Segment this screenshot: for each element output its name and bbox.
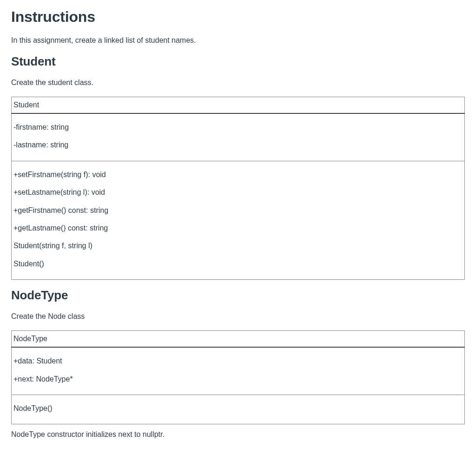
student-class-table: Student -firstname: string -lastname: st…	[11, 97, 465, 280]
student-methods-section: +setFirstname(string f): void +setLastna…	[12, 161, 465, 279]
student-class-name: Student	[12, 97, 465, 114]
nodetype-class-table: NodeType +data: Student +next: NodeType*…	[11, 330, 465, 424]
nodetype-heading: NodeType	[11, 288, 465, 303]
student-attribute: -firstname: string	[13, 119, 463, 136]
intro-paragraph: In this assignment, create a linked list…	[11, 35, 465, 46]
nodetype-attributes-section: +data: Student +next: NodeType*	[12, 347, 465, 395]
page-title: Instructions	[11, 8, 465, 26]
student-attributes-section: -firstname: string -lastname: string	[12, 113, 465, 161]
student-attribute: -lastname: string	[13, 136, 463, 154]
student-method: +setFirstname(string f): void	[13, 166, 463, 184]
nodetype-class-name: NodeType	[12, 331, 465, 348]
create-student-paragraph: Create the student class.	[11, 77, 465, 88]
student-method: +getFirstname() const: string	[13, 202, 463, 219]
nodetype-note-paragraph: NodeType constructor initializes next to…	[11, 429, 465, 440]
student-heading: Student	[11, 54, 465, 69]
student-method: Student()	[13, 255, 463, 273]
student-method: +setLastname(string l): void	[13, 184, 463, 201]
student-method: +getLastname() const: string	[13, 219, 463, 237]
nodetype-method: NodeType()	[13, 400, 463, 417]
student-method: Student(string f, string l)	[13, 237, 463, 255]
nodetype-methods-section: NodeType()	[12, 395, 465, 424]
nodetype-attribute: +next: NodeType*	[13, 370, 463, 388]
create-node-paragraph: Create the Node class	[11, 311, 465, 322]
nodetype-attribute: +data: Student	[13, 352, 463, 370]
